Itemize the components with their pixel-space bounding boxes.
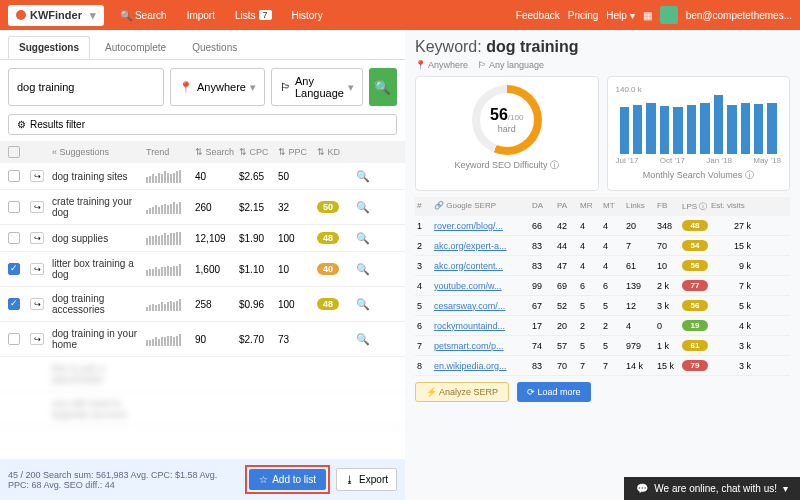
apps-icon[interactable]: ▦	[643, 10, 652, 21]
language-select[interactable]: 🏳 Any Language▾	[271, 68, 363, 106]
left-panel: Suggestions Autocomplete Questions 📍 Any…	[0, 30, 405, 500]
search-button[interactable]: 🔍	[369, 68, 397, 106]
expand-icon[interactable]: ↪	[30, 232, 44, 244]
ppc: 100	[278, 233, 313, 244]
serp-url[interactable]: rockymountaind...	[434, 321, 529, 331]
analyze-serp-button[interactable]: ⚡ Analyze SERP	[415, 382, 509, 402]
expand-icon[interactable]: ↪	[30, 201, 44, 213]
cpc: $2.15	[239, 202, 274, 213]
trend-sparkline	[146, 200, 191, 214]
serp-url[interactable]: youtube.com/w...	[434, 281, 529, 291]
trend-sparkline	[146, 332, 191, 346]
brand-logo[interactable]: KWFinder▾	[8, 5, 104, 26]
trend-sparkline	[146, 262, 191, 276]
keyword-text: dog training sites	[52, 171, 142, 182]
meta-language: 🏳 Any language	[478, 60, 544, 70]
search-icon[interactable]: 🔍	[356, 170, 376, 183]
nav-history[interactable]: History	[282, 10, 333, 21]
serp-header: #🔗 Google SERPDAPAMRMTLinksFBLPS ⓘEst. v…	[415, 197, 790, 216]
expand-icon[interactable]: ↪	[30, 170, 44, 182]
nav-pricing[interactable]: Pricing	[568, 10, 599, 21]
topbar: KWFinder▾ 🔍 Search Import Lists 7 Histor…	[0, 0, 800, 30]
search-icon[interactable]: 🔍	[356, 263, 376, 276]
serp-row: 3akc.org/content...8347446110569 k	[415, 256, 790, 276]
row-checkbox[interactable]	[8, 333, 20, 345]
search-vol: 258	[195, 299, 235, 310]
nav-help[interactable]: Help ▾	[606, 10, 634, 21]
blurred-row: this is just a placeholder	[0, 357, 405, 392]
serp-row: 7petsmart.com/p...7457559791 k613 k	[415, 336, 790, 356]
table-row: ↪ dog training accessories 258 $0.96 100…	[0, 287, 405, 322]
nav-feedback[interactable]: Feedback	[516, 10, 560, 21]
serp-row: 4youtube.com/w...9969661392 k777 k	[415, 276, 790, 296]
table-row: ↪ dog training sites 40 $2.65 50 🔍	[0, 163, 405, 190]
table-row: ↪ crate training your dog 260 $2.15 32 5…	[0, 190, 405, 225]
nav-lists[interactable]: Lists 7	[225, 10, 282, 21]
kd: 40	[317, 263, 352, 275]
keyword-input[interactable]	[8, 68, 164, 106]
table-header: « Suggestions Trend ⇅ Search ⇅ CPC ⇅ PPC…	[0, 141, 405, 163]
select-all-checkbox[interactable]	[8, 146, 20, 158]
footer-bar: 45 / 200 Search sum: 561,983 Avg. CPC: $…	[0, 459, 405, 500]
search-icon[interactable]: 🔍	[356, 232, 376, 245]
row-checkbox[interactable]	[8, 170, 20, 182]
expand-icon[interactable]: ↪	[30, 263, 44, 275]
serp-row: 2akc.org/expert-a...8344447705415 k	[415, 236, 790, 256]
right-panel: Keyword: dog training 📍 Anywhere🏳 Any la…	[405, 30, 800, 500]
serp-url[interactable]: en.wikipedia.org...	[434, 361, 529, 371]
add-to-list-highlight: ☆ Add to list	[245, 465, 330, 494]
volume-chart	[616, 94, 782, 154]
row-checkbox[interactable]	[8, 201, 20, 213]
search-vol: 1,600	[195, 264, 235, 275]
serp-url[interactable]: akc.org/content...	[434, 261, 529, 271]
nav-import[interactable]: Import	[177, 10, 225, 21]
expand-icon[interactable]: ↪	[30, 298, 44, 310]
cpc: $2.65	[239, 171, 274, 182]
help-icon[interactable]: ⓘ	[745, 170, 754, 180]
search-icon[interactable]: 🔍	[356, 201, 376, 214]
cpc: $0.96	[239, 299, 274, 310]
difficulty-gauge: 56/100hard	[472, 85, 542, 155]
row-checkbox[interactable]	[8, 298, 20, 310]
search-icon[interactable]: 🔍	[356, 298, 376, 311]
location-select[interactable]: 📍 Anywhere▾	[170, 68, 265, 106]
trend-sparkline	[146, 169, 191, 183]
serp-url[interactable]: petsmart.com/p...	[434, 341, 529, 351]
ppc: 50	[278, 171, 313, 182]
logo-icon	[16, 10, 26, 20]
cpc: $1.90	[239, 233, 274, 244]
tab-suggestions[interactable]: Suggestions	[8, 36, 90, 59]
search-icon[interactable]: 🔍	[356, 333, 376, 346]
load-more-button[interactable]: ⟳ Load more	[517, 382, 591, 402]
serp-url[interactable]: akc.org/expert-a...	[434, 241, 529, 251]
user-name[interactable]: ben@competethemes...	[686, 10, 792, 21]
search-vol: 260	[195, 202, 235, 213]
primary-nav: 🔍 Search Import Lists 7 History	[110, 10, 333, 21]
ppc: 10	[278, 264, 313, 275]
serp-url[interactable]: rover.com/blog/...	[434, 221, 529, 231]
table-row: ↪ dog training in your home 90 $2.70 73 …	[0, 322, 405, 357]
kd: 48	[317, 232, 352, 244]
results-filter-button[interactable]: ⚙ Results filter	[8, 114, 397, 135]
row-checkbox[interactable]	[8, 263, 20, 275]
row-checkbox[interactable]	[8, 232, 20, 244]
ppc: 32	[278, 202, 313, 213]
help-icon[interactable]: ⓘ	[550, 160, 559, 170]
chat-widget[interactable]: 💬 We are online, chat with us! ▾	[624, 477, 800, 500]
tab-questions[interactable]: Questions	[181, 36, 248, 59]
add-to-list-button[interactable]: ☆ Add to list	[249, 469, 326, 490]
table-row: ↪ litter box training a dog 1,600 $1.10 …	[0, 252, 405, 287]
avatar[interactable]	[660, 6, 678, 24]
export-button[interactable]: ⭳ Export	[336, 468, 397, 491]
cpc: $1.10	[239, 264, 274, 275]
expand-icon[interactable]: ↪	[30, 333, 44, 345]
tab-autocomplete[interactable]: Autocomplete	[94, 36, 177, 59]
cpc: $2.70	[239, 334, 274, 345]
trend-sparkline	[146, 231, 191, 245]
nav-search[interactable]: 🔍 Search	[110, 10, 177, 21]
kd: 48	[317, 298, 352, 310]
serp-url[interactable]: cesarsway.com/...	[434, 301, 529, 311]
difficulty-card: 56/100hard Keyword SEO Difficulty ⓘ	[415, 76, 599, 191]
search-vol: 12,109	[195, 233, 235, 244]
table-row: ↪ dog supplies 12,109 $1.90 100 48 🔍	[0, 225, 405, 252]
